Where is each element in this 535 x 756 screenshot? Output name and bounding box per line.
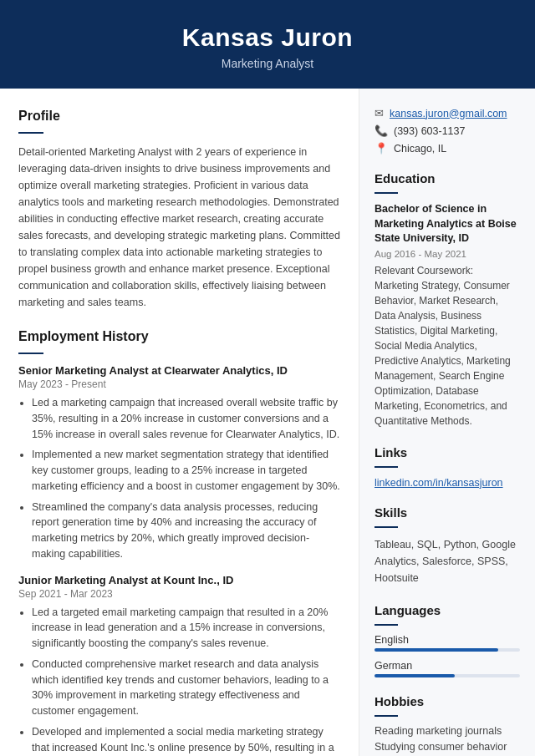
education-degree: Bachelor of Science in Marketing Analyti… — [374, 202, 520, 246]
hobby-2: Studying consumer behavior — [374, 741, 520, 753]
education-date: Aug 2016 - May 2021 — [374, 249, 520, 259]
linkedin-link[interactable]: linkedin.com/in/kansasjuron — [374, 477, 503, 489]
contact-email: ✉ kansas.juron@gmail.com — [374, 107, 520, 119]
languages-title: Languages — [374, 603, 520, 620]
left-column: Profile Detail-oriented Marketing Analys… — [0, 89, 359, 756]
job-1-date: May 2023 - Present — [18, 378, 340, 390]
education-section: Education Bachelor of Science in Marketi… — [374, 171, 520, 429]
languages-divider — [374, 624, 398, 626]
contact-section: ✉ kansas.juron@gmail.com 📞 (393) 603-113… — [374, 107, 520, 155]
candidate-name: Kansas Juron — [17, 23, 518, 52]
language-english: English — [374, 634, 520, 652]
job-1-title: Senior Marketing Analyst at Clearwater A… — [18, 364, 340, 377]
language-english-name: English — [374, 634, 520, 646]
job-1: Senior Marketing Analyst at Clearwater A… — [18, 364, 340, 562]
links-section: Links linkedin.com/in/kansasjuron — [374, 445, 520, 489]
employment-title: Employment History — [18, 329, 340, 348]
contact-phone: 📞 (393) 603-1137 — [374, 124, 520, 137]
phone-icon: 📞 — [374, 124, 388, 137]
profile-divider — [18, 132, 43, 134]
links-divider — [374, 466, 398, 468]
job-1-bullet-2: Implemented a new market segmentation st… — [32, 447, 340, 494]
job-1-bullet-1: Led a marketing campaign that increased … — [32, 395, 340, 442]
language-german-name: German — [374, 660, 520, 672]
hobbies-divider — [374, 715, 398, 717]
phone-text: (393) 603-1137 — [394, 125, 465, 137]
job-2-title: Junior Marketing Analyst at Kount Inc., … — [18, 574, 340, 586]
job-1-bullets: Led a marketing campaign that increased … — [18, 395, 340, 562]
language-english-bar-fill — [374, 648, 498, 652]
hobbies-title: Hobbies — [374, 694, 520, 711]
profile-title: Profile — [18, 109, 340, 127]
right-column: ✉ kansas.juron@gmail.com 📞 (393) 603-113… — [359, 89, 535, 756]
profile-text: Detail-oriented Marketing Analyst with 2… — [18, 144, 340, 311]
job-2-bullet-2: Conducted comprehensive market research … — [32, 657, 340, 719]
skills-section: Skills Tableau, SQL, Python, Google Anal… — [374, 505, 520, 586]
job-2-bullet-1: Led a targeted email marketing campaign … — [32, 605, 340, 652]
languages-section: Languages English German — [374, 603, 520, 677]
location-text: Chicago, IL — [394, 143, 446, 155]
links-title: Links — [374, 445, 520, 462]
location-icon: 📍 — [374, 142, 388, 155]
candidate-title: Marketing Analyst — [17, 57, 518, 70]
resume-header: Kansas Juron Marketing Analyst — [0, 0, 535, 89]
language-german-bar-bg — [374, 674, 520, 677]
education-courses: Relevant Coursework: Marketing Strategy,… — [374, 263, 520, 429]
email-icon: ✉ — [374, 107, 384, 119]
email-link[interactable]: kansas.juron@gmail.com — [390, 108, 507, 119]
skills-divider — [374, 526, 398, 528]
employment-section: Employment History Senior Marketing Anal… — [18, 329, 340, 756]
education-divider — [374, 192, 398, 194]
skills-title: Skills — [374, 505, 520, 522]
employment-divider — [18, 353, 43, 354]
language-german: German — [374, 660, 520, 677]
contact-location: 📍 Chicago, IL — [374, 142, 520, 155]
job-2: Junior Marketing Analyst at Kount Inc., … — [18, 574, 340, 757]
job-2-bullets: Led a targeted email marketing campaign … — [18, 605, 340, 757]
job-2-bullet-3: Developed and implemented a social media… — [32, 724, 340, 756]
education-title: Education — [374, 171, 520, 188]
main-content: Profile Detail-oriented Marketing Analys… — [0, 89, 535, 756]
language-german-bar-fill — [374, 674, 455, 677]
skills-text: Tableau, SQL, Python, Google Analytics, … — [374, 536, 520, 586]
job-2-date: Sep 2021 - Mar 2023 — [18, 588, 340, 600]
hobbies-section: Hobbies Reading marketing journals Study… — [374, 694, 520, 757]
job-1-bullet-3: Streamlined the company's data analysis … — [32, 500, 340, 562]
language-english-bar-bg — [374, 648, 520, 652]
hobby-1: Reading marketing journals — [374, 725, 520, 737]
profile-section: Profile Detail-oriented Marketing Analys… — [18, 109, 340, 311]
